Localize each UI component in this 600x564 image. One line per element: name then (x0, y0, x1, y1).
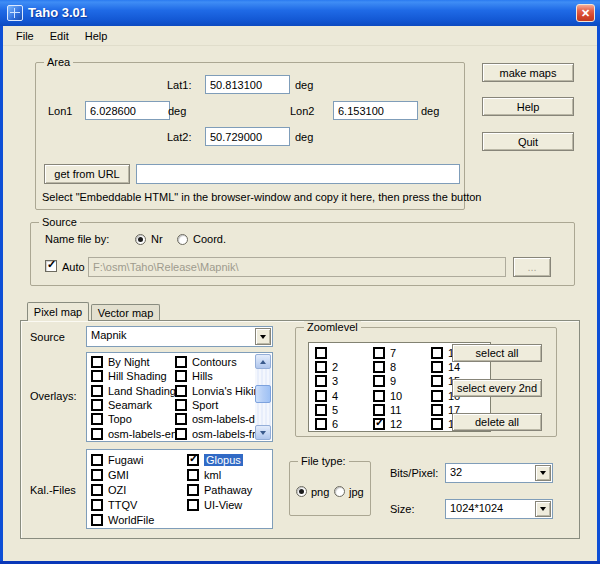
checkbox-item-kml[interactable]: kml (187, 467, 267, 482)
checkbox[interactable] (91, 469, 103, 481)
checkbox[interactable] (187, 469, 199, 481)
checkbox-item-ttqv[interactable]: TTQV (91, 497, 187, 512)
select-every-2nd-button[interactable]: select every 2nd (452, 379, 542, 397)
checkbox[interactable] (91, 385, 103, 397)
help-button[interactable]: Help (482, 97, 574, 116)
checkbox-item-8[interactable]: 8 (373, 360, 431, 374)
menu-edit[interactable]: Edit (42, 28, 77, 44)
auto-checkbox[interactable] (45, 260, 57, 272)
checkbox[interactable] (315, 404, 327, 416)
checkbox-item-land-shading[interactable]: Land Shading (91, 384, 175, 398)
checkbox-item-by-night[interactable]: By Night (91, 355, 175, 369)
select-all-button[interactable]: select all (452, 344, 542, 362)
checkbox-item-2[interactable]: 2 (315, 360, 373, 374)
checkbox[interactable] (315, 347, 327, 359)
checkbox-item-7[interactable]: 7 (373, 346, 431, 360)
size-dropdown-icon[interactable] (535, 501, 551, 517)
checkbox-item-12[interactable]: 12 (373, 417, 431, 431)
checkbox[interactable] (91, 356, 103, 368)
checkbox[interactable] (431, 418, 443, 430)
overlays-scrollbar[interactable] (255, 354, 271, 440)
checkbox[interactable] (187, 484, 199, 496)
source-combobox[interactable]: Mapnik (86, 326, 273, 347)
checkbox-item-6[interactable]: 6 (315, 417, 373, 431)
checkbox-item-pathaway[interactable]: Pathaway (187, 482, 267, 497)
checkbox-item-10[interactable]: 10 (373, 389, 431, 403)
checkbox[interactable] (315, 375, 327, 387)
radio-jpg[interactable] (334, 486, 345, 497)
checkbox-item-osm-labels-fr[interactable]: osm-labels-fr (175, 426, 257, 440)
checkbox[interactable] (373, 361, 385, 373)
checkbox-item-9[interactable]: 9 (373, 374, 431, 388)
lat1-input[interactable] (205, 75, 290, 94)
scroll-down-icon[interactable] (255, 425, 271, 440)
checkbox-item-osm-labels-de[interactable]: osm-labels-de (175, 412, 257, 426)
get-from-url-button[interactable]: get from URL (44, 164, 130, 184)
checkbox-item-topo[interactable]: Topo (91, 412, 175, 426)
checkbox[interactable] (431, 361, 443, 373)
checkbox-item-seamark[interactable]: Seamark (91, 398, 175, 412)
tab-pixel-map[interactable]: Pixel map (27, 302, 89, 321)
checkbox-item-4[interactable]: 4 (315, 389, 373, 403)
make-maps-button[interactable]: make maps (482, 63, 574, 82)
scroll-up-icon[interactable] (255, 354, 271, 369)
lon2-input[interactable] (333, 101, 418, 120)
checkbox-item-blank[interactable] (315, 346, 373, 360)
checkbox-item-osm-labels-en[interactable]: osm-labels-en (91, 426, 175, 440)
checkbox[interactable] (91, 399, 103, 411)
checkbox[interactable] (91, 370, 103, 382)
checkbox-item-14[interactable]: 14 (431, 360, 489, 374)
checkbox[interactable] (187, 499, 199, 511)
menu-file[interactable]: File (8, 28, 42, 44)
checkbox-item-5[interactable]: 5 (315, 403, 373, 417)
checkbox-item-gmi[interactable]: GMI (91, 467, 187, 482)
checkbox-item-lonvia-s-hiking[interactable]: Lonvia's Hiking (175, 384, 257, 398)
checkbox-item-ozi[interactable]: OZI (91, 482, 187, 497)
checkbox-item-sport[interactable]: Sport (175, 398, 257, 412)
checkbox[interactable] (187, 454, 199, 466)
tab-vector-map[interactable]: Vector map (91, 304, 160, 321)
quit-button[interactable]: Quit (482, 132, 574, 151)
url-input[interactable] (136, 164, 460, 184)
checkbox-item-contours[interactable]: Contours (175, 355, 257, 369)
bits-pixel-dropdown-icon[interactable] (535, 465, 551, 481)
checkbox[interactable] (91, 454, 103, 466)
checkbox[interactable] (91, 428, 103, 440)
checkbox[interactable] (373, 418, 385, 430)
checkbox[interactable] (373, 375, 385, 387)
source-combobox-dropdown-icon[interactable] (255, 328, 271, 345)
checkbox[interactable] (91, 484, 103, 496)
radio-coord[interactable] (177, 234, 188, 245)
checkbox[interactable] (431, 404, 443, 416)
checkbox-item-fugawi[interactable]: Fugawi (91, 452, 187, 467)
checkbox[interactable] (175, 413, 187, 425)
checkbox[interactable] (431, 347, 443, 359)
checkbox[interactable] (175, 428, 187, 440)
scrollbar-thumb[interactable] (255, 385, 271, 403)
checkbox[interactable] (315, 390, 327, 402)
checkbox-item-glopus[interactable]: Glopus (187, 452, 267, 467)
checkbox[interactable] (91, 499, 103, 511)
checkbox[interactable] (315, 361, 327, 373)
checkbox-item-3[interactable]: 3 (315, 374, 373, 388)
checkbox[interactable] (373, 390, 385, 402)
delete-all-button[interactable]: delete all (452, 413, 542, 431)
checkbox[interactable] (315, 418, 327, 430)
checkbox[interactable] (373, 404, 385, 416)
close-button[interactable]: ✕ (576, 4, 595, 22)
checkbox[interactable] (431, 375, 443, 387)
lat2-input[interactable] (205, 127, 290, 146)
radio-nr[interactable] (135, 234, 146, 245)
lon1-input[interactable] (85, 101, 170, 120)
checkbox-item-ui-view[interactable]: UI-View (187, 497, 267, 512)
menu-help[interactable]: Help (77, 28, 116, 44)
radio-png[interactable] (296, 486, 307, 497)
checkbox[interactable] (175, 399, 187, 411)
bits-pixel-combobox[interactable]: 32 (445, 463, 553, 483)
checkbox-item-worldfile[interactable]: WorldFile (91, 512, 187, 527)
checkbox[interactable] (175, 356, 187, 368)
checkbox[interactable] (91, 413, 103, 425)
checkbox[interactable] (431, 390, 443, 402)
checkbox[interactable] (175, 385, 187, 397)
checkbox[interactable] (91, 514, 103, 526)
